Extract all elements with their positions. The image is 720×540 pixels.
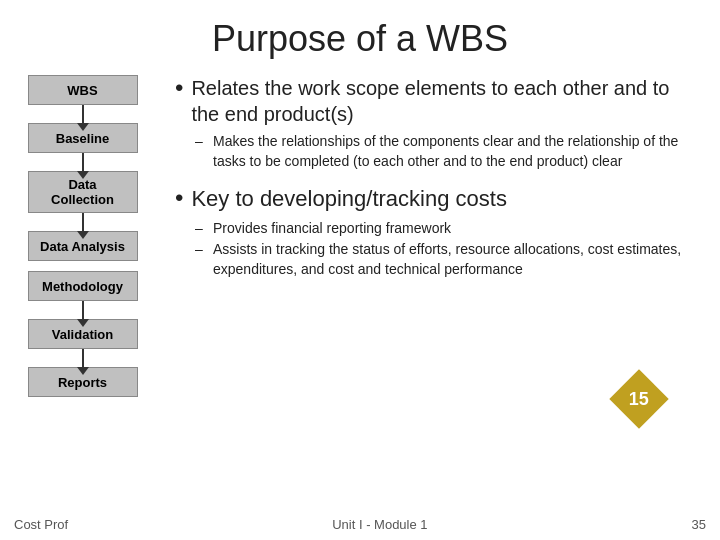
sub-bullets-2: Provides financial reporting framework A… bbox=[195, 219, 695, 280]
badge-value: 15 bbox=[629, 389, 649, 410]
footer-left: Cost Prof bbox=[14, 517, 68, 532]
sub-bullet-2-2: Assists in tracking the status of effort… bbox=[195, 240, 695, 279]
sidebar-flowchart: WBS Baseline Data Collection Data Analys… bbox=[10, 70, 155, 510]
bullet-dot-1: • bbox=[175, 75, 183, 101]
bullet-section-2: • Key to developing/tracking costs Provi… bbox=[175, 185, 695, 285]
bullet-main-1: • Relates the work scope elements to eac… bbox=[175, 75, 695, 127]
footer-right: 35 bbox=[692, 517, 706, 532]
sub-bullet-2-1: Provides financial reporting framework bbox=[195, 219, 695, 239]
arrow-3 bbox=[82, 213, 84, 231]
bullet-section-1: • Relates the work scope elements to eac… bbox=[175, 75, 695, 177]
arrow-4 bbox=[82, 301, 84, 319]
footer-center: Unit I - Module 1 bbox=[332, 517, 427, 532]
sidebar-item-methodology: Methodology bbox=[28, 271, 138, 301]
bullet-text-2: Key to developing/tracking costs bbox=[191, 185, 507, 214]
main-content: WBS Baseline Data Collection Data Analys… bbox=[0, 70, 720, 510]
arrow-2 bbox=[82, 153, 84, 171]
bullet-main-2: • Key to developing/tracking costs bbox=[175, 185, 695, 214]
sub-bullets-1: Makes the relationships of the component… bbox=[195, 132, 695, 171]
arrow-1 bbox=[82, 105, 84, 123]
footer: Cost Prof Unit I - Module 1 35 bbox=[0, 517, 720, 532]
sidebar-item-wbs: WBS bbox=[28, 75, 138, 105]
page-title: Purpose of a WBS bbox=[0, 0, 720, 70]
content-area: • Relates the work scope elements to eac… bbox=[155, 70, 710, 510]
bullet-dot-2: • bbox=[175, 185, 183, 211]
sub-bullet-1-1: Makes the relationships of the component… bbox=[195, 132, 695, 171]
bullet-text-1: Relates the work scope elements to each … bbox=[191, 75, 695, 127]
arrow-5 bbox=[82, 349, 84, 367]
